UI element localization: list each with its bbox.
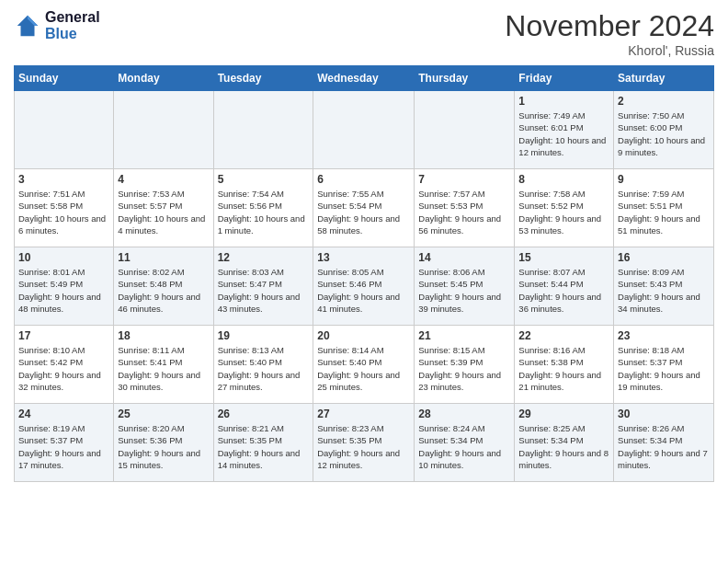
day-info: Sunrise: 8:03 AMSunset: 5:47 PMDaylight:…	[218, 266, 310, 315]
day-number: 2	[618, 95, 710, 108]
day-info: Sunrise: 8:06 AMSunset: 5:45 PMDaylight:…	[418, 266, 510, 315]
day-info: Sunrise: 8:24 AMSunset: 5:34 PMDaylight:…	[418, 422, 510, 471]
calendar-week-2: 3Sunrise: 7:51 AMSunset: 5:58 PMDaylight…	[15, 169, 714, 247]
day-info: Sunrise: 8:15 AMSunset: 5:39 PMDaylight:…	[418, 344, 510, 393]
day-info: Sunrise: 8:10 AMSunset: 5:42 PMDaylight:…	[18, 344, 109, 393]
calendar-cell-5-4: 27Sunrise: 8:23 AMSunset: 5:35 PMDayligh…	[313, 404, 415, 482]
day-info: Sunrise: 8:16 AMSunset: 5:38 PMDaylight:…	[518, 344, 609, 393]
logo-icon	[14, 12, 41, 40]
calendar-cell-3-4: 13Sunrise: 8:05 AMSunset: 5:46 PMDayligh…	[313, 247, 415, 326]
calendar-cell-2-7: 9Sunrise: 7:59 AMSunset: 5:51 PMDaylight…	[614, 169, 714, 247]
calendar-cell-2-4: 6Sunrise: 7:55 AMSunset: 5:54 PMDaylight…	[313, 169, 415, 247]
day-info: Sunrise: 7:59 AMSunset: 5:51 PMDaylight:…	[618, 188, 710, 236]
day-number: 1	[518, 95, 609, 108]
calendar-cell-1-1	[15, 91, 114, 169]
calendar-week-3: 10Sunrise: 8:01 AMSunset: 5:49 PMDayligh…	[15, 247, 714, 326]
day-number: 21	[418, 329, 510, 342]
calendar-cell-1-7: 2Sunrise: 7:50 AMSunset: 6:00 PMDaylight…	[614, 91, 714, 169]
day-info: Sunrise: 7:49 AMSunset: 6:01 PMDaylight:…	[518, 109, 609, 158]
day-number: 10	[18, 251, 109, 264]
day-number: 8	[518, 173, 609, 186]
calendar-cell-2-6: 8Sunrise: 7:58 AMSunset: 5:52 PMDaylight…	[515, 169, 614, 247]
calendar-cell-4-7: 23Sunrise: 8:18 AMSunset: 5:37 PMDayligh…	[614, 326, 714, 404]
day-number: 13	[317, 251, 410, 264]
calendar-week-1: 1Sunrise: 7:49 AMSunset: 6:01 PMDaylight…	[15, 91, 714, 169]
calendar-cell-4-5: 21Sunrise: 8:15 AMSunset: 5:39 PMDayligh…	[415, 326, 515, 404]
header-wednesday: Wednesday	[313, 66, 415, 91]
day-number: 5	[218, 173, 310, 186]
day-number: 19	[218, 329, 310, 342]
header-tuesday: Tuesday	[213, 66, 313, 91]
header-sunday: Sunday	[15, 66, 114, 91]
calendar-body: 1Sunrise: 7:49 AMSunset: 6:01 PMDaylight…	[15, 91, 714, 482]
calendar-cell-5-6: 29Sunrise: 8:25 AMSunset: 5:34 PMDayligh…	[515, 404, 614, 482]
calendar-cell-5-1: 24Sunrise: 8:19 AMSunset: 5:37 PMDayligh…	[15, 404, 114, 482]
day-number: 14	[418, 251, 510, 264]
day-info: Sunrise: 8:25 AMSunset: 5:34 PMDaylight:…	[518, 422, 609, 471]
logo: General Blue	[14, 9, 100, 41]
day-info: Sunrise: 8:21 AMSunset: 5:35 PMDaylight:…	[218, 422, 310, 471]
day-number: 16	[618, 251, 710, 264]
calendar-cell-5-5: 28Sunrise: 8:24 AMSunset: 5:34 PMDayligh…	[415, 404, 515, 482]
calendar-cell-5-7: 30Sunrise: 8:26 AMSunset: 5:34 PMDayligh…	[614, 404, 714, 482]
calendar-cell-4-3: 19Sunrise: 8:13 AMSunset: 5:40 PMDayligh…	[213, 326, 313, 404]
day-info: Sunrise: 8:01 AMSunset: 5:49 PMDaylight:…	[18, 266, 109, 315]
calendar-cell-2-2: 4Sunrise: 7:53 AMSunset: 5:57 PMDaylight…	[114, 169, 213, 247]
calendar-cell-4-1: 17Sunrise: 8:10 AMSunset: 5:42 PMDayligh…	[15, 326, 114, 404]
day-info: Sunrise: 7:51 AMSunset: 5:58 PMDaylight:…	[18, 188, 109, 236]
calendar-cell-1-4	[313, 91, 415, 169]
calendar-cell-1-2	[114, 91, 213, 169]
day-info: Sunrise: 8:20 AMSunset: 5:36 PMDaylight:…	[118, 422, 209, 471]
calendar-cell-5-3: 26Sunrise: 8:21 AMSunset: 5:35 PMDayligh…	[213, 404, 313, 482]
day-number: 29	[518, 408, 609, 420]
calendar-week-5: 24Sunrise: 8:19 AMSunset: 5:37 PMDayligh…	[15, 404, 714, 482]
day-number: 11	[118, 251, 209, 264]
day-number: 6	[317, 173, 410, 186]
day-info: Sunrise: 8:11 AMSunset: 5:41 PMDaylight:…	[118, 344, 209, 393]
header: General Blue November 2024 Khorol', Russ…	[14, 9, 714, 58]
calendar-cell-5-2: 25Sunrise: 8:20 AMSunset: 5:36 PMDayligh…	[114, 404, 213, 482]
day-number: 22	[518, 329, 609, 342]
day-info: Sunrise: 7:57 AMSunset: 5:53 PMDaylight:…	[418, 188, 510, 236]
day-info: Sunrise: 8:09 AMSunset: 5:43 PMDaylight:…	[618, 266, 710, 315]
title-section: November 2024 Khorol', Russia	[505, 9, 714, 58]
day-info: Sunrise: 7:55 AMSunset: 5:54 PMDaylight:…	[317, 188, 410, 236]
day-info: Sunrise: 8:07 AMSunset: 5:44 PMDaylight:…	[518, 266, 609, 315]
calendar-cell-4-6: 22Sunrise: 8:16 AMSunset: 5:38 PMDayligh…	[515, 326, 614, 404]
logo-text: General Blue	[45, 9, 100, 41]
calendar-cell-2-3: 5Sunrise: 7:54 AMSunset: 5:56 PMDaylight…	[213, 169, 313, 247]
day-number: 3	[18, 173, 109, 186]
day-info: Sunrise: 8:13 AMSunset: 5:40 PMDaylight:…	[218, 344, 310, 393]
day-info: Sunrise: 8:14 AMSunset: 5:40 PMDaylight:…	[317, 344, 410, 393]
header-saturday: Saturday	[614, 66, 714, 91]
calendar-header-row: Sunday Monday Tuesday Wednesday Thursday…	[15, 66, 714, 91]
day-info: Sunrise: 7:50 AMSunset: 6:00 PMDaylight:…	[618, 109, 710, 158]
calendar-cell-2-5: 7Sunrise: 7:57 AMSunset: 5:53 PMDaylight…	[415, 169, 515, 247]
month-title: November 2024	[505, 9, 714, 43]
day-info: Sunrise: 8:23 AMSunset: 5:35 PMDaylight:…	[317, 422, 410, 471]
day-number: 7	[418, 173, 510, 186]
calendar-cell-3-5: 14Sunrise: 8:06 AMSunset: 5:45 PMDayligh…	[415, 247, 515, 326]
day-number: 30	[618, 408, 710, 420]
day-info: Sunrise: 8:18 AMSunset: 5:37 PMDaylight:…	[618, 344, 710, 393]
day-info: Sunrise: 7:54 AMSunset: 5:56 PMDaylight:…	[218, 188, 310, 236]
calendar-table: Sunday Monday Tuesday Wednesday Thursday…	[14, 65, 714, 482]
day-number: 26	[218, 408, 310, 420]
calendar-cell-3-7: 16Sunrise: 8:09 AMSunset: 5:43 PMDayligh…	[614, 247, 714, 326]
day-number: 28	[418, 408, 510, 420]
day-info: Sunrise: 8:05 AMSunset: 5:46 PMDaylight:…	[317, 266, 410, 315]
day-info: Sunrise: 7:53 AMSunset: 5:57 PMDaylight:…	[118, 188, 209, 236]
day-info: Sunrise: 8:26 AMSunset: 5:34 PMDaylight:…	[618, 422, 710, 471]
day-number: 24	[18, 408, 109, 420]
day-info: Sunrise: 8:19 AMSunset: 5:37 PMDaylight:…	[18, 422, 109, 471]
day-number: 12	[218, 251, 310, 264]
calendar-cell-4-2: 18Sunrise: 8:11 AMSunset: 5:41 PMDayligh…	[114, 326, 213, 404]
day-number: 18	[118, 329, 209, 342]
day-number: 25	[118, 408, 209, 420]
calendar-week-4: 17Sunrise: 8:10 AMSunset: 5:42 PMDayligh…	[15, 326, 714, 404]
header-monday: Monday	[114, 66, 213, 91]
location: Khorol', Russia	[505, 43, 714, 58]
day-number: 17	[18, 329, 109, 342]
day-number: 23	[618, 329, 710, 342]
calendar-cell-1-6: 1Sunrise: 7:49 AMSunset: 6:01 PMDaylight…	[515, 91, 614, 169]
